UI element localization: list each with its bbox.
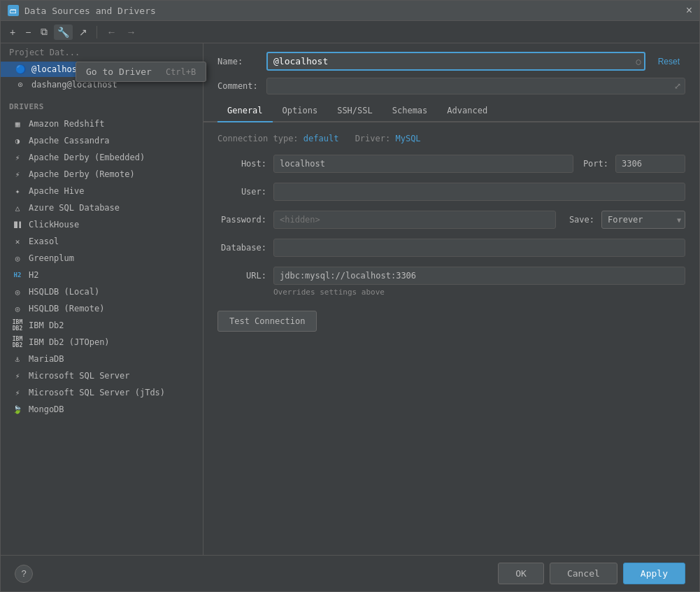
ibm-db2-icon: IBMDB2 bbox=[12, 320, 23, 331]
comment-input-wrapper: ⤢ bbox=[266, 78, 685, 94]
host-row: Host: Port: bbox=[217, 155, 685, 173]
toolbar: + − ⧉ 🔧 ↗ ← → Go to Driver Ctrl+B bbox=[1, 21, 699, 43]
driver-greenplum[interactable]: ◎ Greenplum bbox=[1, 250, 203, 267]
user-row: User: bbox=[217, 183, 685, 201]
title-bar-left: 🗃 Data Sources and Drivers bbox=[8, 5, 156, 16]
driver-label: Microsoft SQL Server (jTds) bbox=[29, 388, 165, 397]
driver-label: Microsoft SQL Server bbox=[29, 371, 130, 381]
name-label: Name: bbox=[217, 57, 259, 66]
driver-ibm-db2-jtopen[interactable]: IBMDB2 IBM Db2 (JTOpen) bbox=[1, 334, 203, 351]
drivers-section: Drivers ▦ Amazon Redshift ◑ Apache Cassa… bbox=[1, 98, 203, 418]
tab-ssh-ssl[interactable]: SSH/SSL bbox=[327, 100, 383, 122]
amazon-redshift-icon: ▦ bbox=[12, 118, 23, 129]
driver-clickhouse[interactable]: ▐▌▌ ClickHouse bbox=[1, 216, 203, 233]
driver-hsqldb-remote[interactable]: ◎ HSQLDB (Remote) bbox=[1, 300, 203, 317]
back-button[interactable]: ← bbox=[103, 24, 120, 40]
tab-schemas[interactable]: Schemas bbox=[383, 100, 438, 122]
host-input[interactable] bbox=[273, 155, 573, 173]
driver-label: HSQLDB (Remote) bbox=[29, 304, 104, 313]
app-icon: 🗃 bbox=[8, 5, 19, 16]
mssql-icon: ⚡ bbox=[12, 370, 23, 381]
dialog-title: Data Sources and Drivers bbox=[24, 6, 156, 16]
reset-button[interactable]: Reset bbox=[652, 54, 685, 69]
user-input[interactable] bbox=[273, 183, 685, 201]
user-label: User: bbox=[217, 187, 266, 197]
footer: ? OK Cancel Apply bbox=[1, 555, 699, 591]
name-input[interactable] bbox=[266, 52, 645, 71]
project-label: Project Dat... bbox=[1, 43, 203, 62]
clear-icon: ○ bbox=[636, 57, 641, 66]
connection-type-label: Connection type: bbox=[217, 134, 299, 143]
test-connection-button[interactable]: Test Connection bbox=[217, 311, 317, 332]
greenplum-icon: ◎ bbox=[12, 253, 23, 264]
tooltip-shortcut: Ctrl+B bbox=[166, 67, 196, 77]
tab-general[interactable]: General bbox=[217, 100, 273, 122]
driver-label: IBM Db2 bbox=[29, 320, 64, 330]
apply-button[interactable]: Apply bbox=[623, 563, 685, 584]
driver-apache-derby-remote[interactable]: ⚡ Apache Derby (Remote) bbox=[1, 166, 203, 183]
forward-button[interactable]: → bbox=[122, 24, 139, 40]
connection-type-value: default bbox=[303, 134, 339, 143]
cancel-button[interactable]: Cancel bbox=[550, 563, 617, 584]
settings-icon: 🔧 bbox=[57, 27, 69, 38]
close-button[interactable]: × bbox=[686, 5, 692, 16]
driver-apache-derby-embedded[interactable]: ⚡ Apache Derby (Embedded) bbox=[1, 149, 203, 166]
comment-row: Comment: ⤢ bbox=[203, 76, 699, 100]
ok-button[interactable]: OK bbox=[498, 563, 544, 584]
driver-amazon-redshift[interactable]: ▦ Amazon Redshift bbox=[1, 115, 203, 132]
tab-options[interactable]: Options bbox=[273, 100, 328, 122]
main-content: Project Dat... 🔵 @localhost ⊙ dashang@lo… bbox=[1, 43, 699, 555]
driver-label: Greenplum bbox=[29, 253, 74, 263]
url-row: URL: Overrides settings above bbox=[217, 267, 685, 297]
add-button[interactable]: + bbox=[6, 24, 19, 40]
settings-button[interactable]: 🔧 bbox=[54, 24, 73, 40]
driver-apache-hive[interactable]: ✦ Apache Hive bbox=[1, 183, 203, 199]
hive-icon: ✦ bbox=[12, 185, 23, 197]
driver-mssql[interactable]: ⚡ Microsoft SQL Server bbox=[1, 367, 203, 384]
save-select[interactable]: Forever Until restart Never bbox=[601, 211, 685, 229]
driver-h2[interactable]: H2 H2 bbox=[1, 267, 203, 283]
host-label: Host: bbox=[217, 159, 266, 169]
driver-label: H2 bbox=[29, 270, 38, 280]
cassandra-icon: ◑ bbox=[12, 135, 23, 146]
comment-input[interactable] bbox=[266, 78, 685, 94]
driver-exasol[interactable]: ✕ Exasol bbox=[1, 233, 203, 250]
password-input[interactable] bbox=[273, 211, 556, 229]
driver-label: Apache Hive bbox=[29, 186, 84, 196]
database-label: Database: bbox=[217, 243, 266, 253]
derby-embedded-icon: ⚡ bbox=[12, 152, 23, 163]
help-button[interactable]: ? bbox=[15, 565, 33, 583]
connection-type-row: Connection type: default Driver: MySQL bbox=[217, 134, 685, 143]
tab-advanced[interactable]: Advanced bbox=[437, 100, 497, 122]
driver-label: HSQLDB (Local) bbox=[29, 287, 99, 297]
driver-label: Apache Derby (Embedded) bbox=[29, 153, 145, 162]
port-label: Port: bbox=[580, 159, 608, 169]
localhost-icon: 🔵 bbox=[15, 64, 26, 74]
dialog-container: 🗃 Data Sources and Drivers × + − ⧉ 🔧 ↗ ←… bbox=[0, 0, 700, 592]
port-input[interactable] bbox=[615, 155, 685, 173]
copy-button[interactable]: ⧉ bbox=[37, 24, 51, 40]
right-panel: Name: ○ Reset Comment: ⤢ General Options bbox=[203, 43, 699, 555]
url-hint: Overrides settings above bbox=[273, 288, 385, 297]
ibm-db2-jtopen-icon: IBMDB2 bbox=[12, 337, 23, 348]
driver-label: IBM Db2 (JTOpen) bbox=[29, 337, 110, 347]
driver-mariadb[interactable]: ⚓ MariaDB bbox=[1, 351, 203, 367]
remove-button[interactable]: − bbox=[22, 24, 34, 40]
driver-hsqldb-local[interactable]: ◎ HSQLDB (Local) bbox=[1, 283, 203, 300]
clickhouse-icon: ▐▌▌ bbox=[12, 219, 23, 230]
driver-ibm-db2[interactable]: IBMDB2 IBM Db2 bbox=[1, 317, 203, 334]
tab-content-general: Connection type: default Driver: MySQL H… bbox=[203, 122, 699, 555]
database-input[interactable] bbox=[273, 239, 685, 257]
toolbar-separator bbox=[97, 26, 97, 38]
driver-apache-cassandra[interactable]: ◑ Apache Cassandra bbox=[1, 132, 203, 149]
arrow-button[interactable]: ↗ bbox=[76, 24, 91, 40]
driver-mongodb[interactable]: 🍃 MongoDB bbox=[1, 401, 203, 418]
driver-label: MongoDB bbox=[29, 404, 64, 414]
driver-label: Apache Cassandra bbox=[29, 136, 110, 146]
driver-label: Azure SQL Database bbox=[29, 203, 120, 213]
url-input[interactable] bbox=[273, 267, 685, 285]
azure-icon: △ bbox=[12, 202, 23, 213]
left-panel: Project Dat... 🔵 @localhost ⊙ dashang@lo… bbox=[1, 43, 203, 555]
driver-mssql-jtds[interactable]: ⚡ Microsoft SQL Server (jTds) bbox=[1, 384, 203, 401]
driver-azure-sql[interactable]: △ Azure SQL Database bbox=[1, 199, 203, 216]
